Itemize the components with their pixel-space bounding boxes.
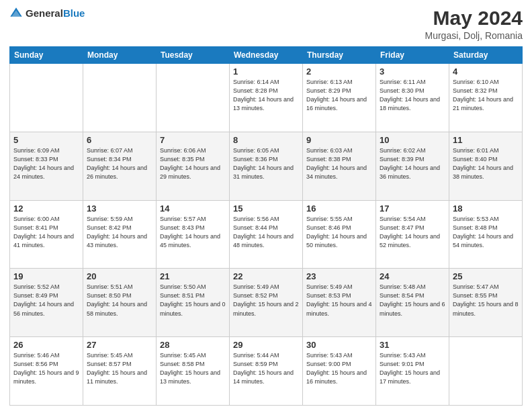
day-number: 6 [87,135,152,145]
cell-info: Sunrise: 5:51 AMSunset: 8:50 PMDaylight:… [87,283,152,318]
cell-info: Sunrise: 6:09 AMSunset: 8:33 PMDaylight:… [13,146,79,181]
day-number: 15 [233,203,299,214]
calendar-cell: 30Sunrise: 5:43 AMSunset: 9:00 PMDayligh… [303,337,376,406]
calendar-cell: 31Sunrise: 5:43 AMSunset: 9:01 PMDayligh… [376,337,449,406]
day-number: 21 [160,271,226,281]
day-number: 28 [160,340,226,350]
day-number: 3 [380,66,445,77]
calendar-cell: 11Sunrise: 6:01 AMSunset: 8:40 PMDayligh… [449,132,523,200]
logo: GeneralBlue [9,7,85,20]
calendar-cell: 24Sunrise: 5:48 AMSunset: 8:54 PMDayligh… [376,269,449,337]
calendar-week-2: 5Sunrise: 6:09 AMSunset: 8:33 PMDaylight… [10,132,523,200]
cell-info: Sunrise: 5:46 AMSunset: 8:56 PMDaylight:… [13,351,79,386]
cell-info: Sunrise: 5:49 AMSunset: 8:53 PMDaylight:… [306,283,372,318]
day-header-wednesday: Wednesday [230,47,303,64]
day-number: 8 [233,135,299,145]
logo-icon [9,7,23,20]
cell-info: Sunrise: 6:03 AMSunset: 8:38 PMDaylight:… [306,146,372,181]
day-number: 24 [380,271,445,281]
calendar-cell: 17Sunrise: 5:54 AMSunset: 8:47 PMDayligh… [376,200,449,269]
calendar-cell: 3Sunrise: 6:11 AMSunset: 8:30 PMDaylight… [376,64,449,132]
calendar-cell: 4Sunrise: 6:10 AMSunset: 8:32 PMDaylight… [449,64,523,132]
logo-general: General [26,7,63,19]
calendar-cell: 12Sunrise: 6:00 AMSunset: 8:41 PMDayligh… [10,200,83,269]
day-number: 25 [453,271,519,281]
day-number: 14 [160,203,226,214]
day-header-thursday: Thursday [303,47,376,64]
day-number: 10 [380,135,445,145]
day-number: 16 [306,203,372,214]
cell-info: Sunrise: 6:06 AMSunset: 8:35 PMDaylight:… [160,146,226,181]
day-number: 4 [453,66,519,77]
cell-info: Sunrise: 5:47 AMSunset: 8:55 PMDaylight:… [453,283,519,318]
day-number: 2 [306,66,372,77]
calendar-cell: 22Sunrise: 5:49 AMSunset: 8:52 PMDayligh… [230,269,303,337]
day-number: 5 [13,135,79,145]
calendar-cell [83,64,157,132]
cell-info: Sunrise: 6:07 AMSunset: 8:34 PMDaylight:… [87,146,152,181]
cell-info: Sunrise: 5:56 AMSunset: 8:44 PMDaylight:… [233,215,299,250]
day-number: 22 [233,271,299,281]
day-number: 13 [87,203,152,214]
logo-text: GeneralBlue [26,7,85,19]
day-number: 9 [306,135,372,145]
calendar-cell: 1Sunrise: 6:14 AMSunset: 8:28 PMDaylight… [230,64,303,132]
calendar-week-1: 1Sunrise: 6:14 AMSunset: 8:28 PMDaylight… [10,64,523,132]
calendar-cell: 23Sunrise: 5:49 AMSunset: 8:53 PMDayligh… [303,269,376,337]
day-number: 23 [306,271,372,281]
calendar-cell: 14Sunrise: 5:57 AMSunset: 8:43 PMDayligh… [157,200,230,269]
day-header-saturday: Saturday [449,47,523,64]
cell-info: Sunrise: 6:11 AMSunset: 8:30 PMDaylight:… [380,78,445,113]
calendar-cell: 29Sunrise: 5:44 AMSunset: 8:59 PMDayligh… [230,337,303,406]
calendar-cell: 9Sunrise: 6:03 AMSunset: 8:38 PMDaylight… [303,132,376,200]
calendar-cell: 21Sunrise: 5:50 AMSunset: 8:51 PMDayligh… [157,269,230,337]
calendar-cell: 25Sunrise: 5:47 AMSunset: 8:55 PMDayligh… [449,269,523,337]
day-number: 12 [13,203,79,214]
cell-info: Sunrise: 5:45 AMSunset: 8:58 PMDaylight:… [160,351,226,386]
logo-blue: Blue [63,7,85,19]
cell-info: Sunrise: 5:57 AMSunset: 8:43 PMDaylight:… [160,215,226,250]
cell-info: Sunrise: 5:50 AMSunset: 8:51 PMDaylight:… [160,283,226,318]
day-number: 31 [380,340,445,350]
calendar-cell: 19Sunrise: 5:52 AMSunset: 8:49 PMDayligh… [10,269,83,337]
title-section: May 2024 Murgasi, Dolj, Romania [425,7,523,41]
cell-info: Sunrise: 6:02 AMSunset: 8:39 PMDaylight:… [380,146,445,181]
cell-info: Sunrise: 5:44 AMSunset: 8:59 PMDaylight:… [233,351,299,386]
calendar-cell: 2Sunrise: 6:13 AMSunset: 8:29 PMDaylight… [303,64,376,132]
day-number: 11 [453,135,519,145]
calendar-cell: 15Sunrise: 5:56 AMSunset: 8:44 PMDayligh… [230,200,303,269]
calendar-week-4: 19Sunrise: 5:52 AMSunset: 8:49 PMDayligh… [10,269,523,337]
calendar-cell: 10Sunrise: 6:02 AMSunset: 8:39 PMDayligh… [376,132,449,200]
calendar-cell: 28Sunrise: 5:45 AMSunset: 8:58 PMDayligh… [157,337,230,406]
cell-info: Sunrise: 6:05 AMSunset: 8:36 PMDaylight:… [233,146,299,181]
cell-info: Sunrise: 6:14 AMSunset: 8:28 PMDaylight:… [233,78,299,113]
calendar-cell: 16Sunrise: 5:55 AMSunset: 8:46 PMDayligh… [303,200,376,269]
day-number: 20 [87,271,152,281]
day-number: 18 [453,203,519,214]
cell-info: Sunrise: 5:48 AMSunset: 8:54 PMDaylight:… [380,283,445,318]
calendar-cell: 18Sunrise: 5:53 AMSunset: 8:48 PMDayligh… [449,200,523,269]
calendar-cell: 7Sunrise: 6:06 AMSunset: 8:35 PMDaylight… [157,132,230,200]
calendar-cell: 20Sunrise: 5:51 AMSunset: 8:50 PMDayligh… [83,269,157,337]
day-header-tuesday: Tuesday [157,47,230,64]
calendar-cell: 26Sunrise: 5:46 AMSunset: 8:56 PMDayligh… [10,337,83,406]
day-number: 30 [306,340,372,350]
month-year: May 2024 [425,7,523,29]
day-number: 19 [13,271,79,281]
cell-info: Sunrise: 5:49 AMSunset: 8:52 PMDaylight:… [233,283,299,318]
cell-info: Sunrise: 5:45 AMSunset: 8:57 PMDaylight:… [87,351,152,386]
day-number: 27 [87,340,152,350]
location: Murgasi, Dolj, Romania [425,30,523,41]
calendar-cell [449,337,523,406]
header: GeneralBlue May 2024 Murgasi, Dolj, Roma… [9,7,523,41]
cell-info: Sunrise: 5:54 AMSunset: 8:47 PMDaylight:… [380,215,445,250]
calendar-cell: 6Sunrise: 6:07 AMSunset: 8:34 PMDaylight… [83,132,157,200]
cell-info: Sunrise: 5:43 AMSunset: 9:01 PMDaylight:… [380,351,445,386]
day-number: 7 [160,135,226,145]
calendar-cell: 13Sunrise: 5:59 AMSunset: 8:42 PMDayligh… [83,200,157,269]
cell-info: Sunrise: 6:00 AMSunset: 8:41 PMDaylight:… [13,215,79,250]
cell-info: Sunrise: 5:55 AMSunset: 8:46 PMDaylight:… [306,215,372,250]
day-number: 1 [233,66,299,77]
calendar-cell [10,64,83,132]
calendar-week-3: 12Sunrise: 6:00 AMSunset: 8:41 PMDayligh… [10,200,523,269]
